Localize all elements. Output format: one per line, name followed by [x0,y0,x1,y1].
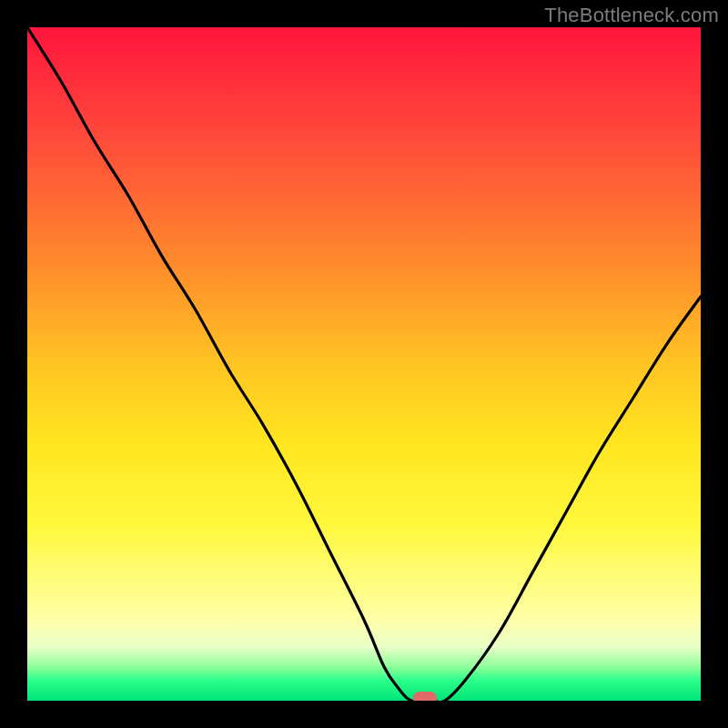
bottleneck-curve [27,27,701,701]
watermark-text: TheBottleneck.com [544,4,719,27]
plot-area [27,27,701,701]
chart-frame: TheBottleneck.com [0,0,728,728]
optimal-point-marker [413,692,437,701]
